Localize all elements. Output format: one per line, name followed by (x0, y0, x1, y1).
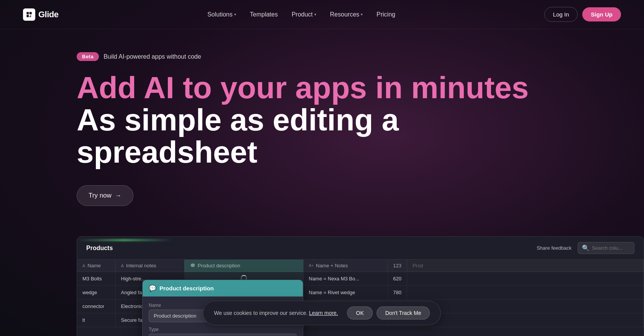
login-button[interactable]: Log In (544, 7, 578, 22)
spreadsheet-title: Products (86, 245, 113, 252)
logo-icon (23, 8, 35, 21)
cell-prod-4 (407, 313, 644, 327)
logo[interactable]: Glide (23, 8, 59, 21)
hero-title: Add AI to your apps in minutes As simple… (77, 72, 567, 168)
search-box[interactable]: 🔍 (578, 242, 634, 254)
cell-name-notes-1: Name = Nexa M3 Bo... (303, 272, 388, 286)
learn-more-link[interactable]: Learn more. (309, 310, 338, 316)
cell-name-2: wedge (77, 286, 115, 300)
panel-type-select[interactable]: 💬 Generate Text ▾ (149, 334, 297, 336)
beta-pill: Beta (77, 52, 99, 61)
col-header-name-notes: A+ Name + Notes (303, 260, 388, 272)
chevron-down-icon: ▾ (314, 12, 316, 16)
cell-name-4: lt (77, 313, 115, 327)
panel-type-label: Type (149, 327, 297, 332)
nav-item-solutions[interactable]: Solutions ▾ (207, 11, 236, 18)
col-header-prod: Prod (407, 260, 644, 272)
search-icon: 🔍 (582, 244, 590, 252)
nav-links: Solutions ▾ Templates Product ▾ Resource… (207, 11, 395, 18)
navbar: Glide Solutions ▾ Templates Product ▾ Re… (0, 0, 644, 29)
cell-count-2: 780 (388, 286, 407, 300)
cell-name-notes-2: Name = Rivet wedge (303, 286, 388, 300)
arrow-right-icon: → (115, 192, 122, 199)
cookie-text: We use cookies to improve our service. L… (214, 310, 338, 316)
chevron-down-icon: ▾ (361, 12, 363, 16)
chevron-down-icon: ▾ (234, 12, 236, 16)
signup-button[interactable]: Sign Up (582, 7, 621, 21)
spreadsheet-actions: Share feedback 🔍 (537, 242, 634, 254)
hero-section: Beta Build AI-powered apps without code … (0, 29, 644, 206)
nav-item-resources[interactable]: Resources ▾ (330, 11, 363, 18)
col-header-name: A Name (77, 260, 115, 272)
col-header-product-desc: 💬 Product description (184, 260, 303, 272)
glow-bar (77, 239, 172, 241)
cookie-banner: We use cookies to improve our service. L… (203, 301, 441, 325)
panel-title: Product description (159, 285, 214, 292)
col-header-internal-notes: A Internal notes (115, 260, 184, 272)
hero-title-pink: Add AI to your apps in minutes (77, 71, 529, 105)
cookie-actions: OK Don't Track Me (347, 306, 430, 320)
nav-item-pricing[interactable]: Pricing (376, 11, 395, 18)
cell-count-1: 620 (388, 272, 407, 286)
cell-name-1: M3 Bolts (77, 272, 115, 286)
beta-description: Build AI-powered apps without code (104, 53, 201, 60)
search-input[interactable] (592, 245, 630, 251)
logo-text: Glide (38, 10, 59, 20)
cell-name-3: connector (77, 300, 115, 313)
try-now-button[interactable]: Try now → (77, 185, 133, 206)
cell-prod-1 (407, 272, 644, 286)
beta-badge: Beta Build AI-powered apps without code (77, 52, 201, 61)
share-feedback-button[interactable]: Share feedback (537, 245, 572, 251)
nav-item-product[interactable]: Product ▾ (292, 11, 316, 18)
panel-header: 💬 Product description (143, 280, 303, 296)
hero-title-white: As simple as editing a spreadsheet (77, 104, 567, 168)
panel-chat-icon: 💬 (149, 285, 156, 292)
cell-prod-2 (407, 286, 644, 300)
panel-type-field: Type 💬 Generate Text ▾ (149, 327, 297, 336)
ok-button[interactable]: OK (347, 306, 373, 320)
nav-actions: Log In Sign Up (544, 7, 621, 22)
dont-track-button[interactable]: Don't Track Me (376, 306, 430, 320)
cell-prod-3 (407, 300, 644, 313)
nav-item-templates[interactable]: Templates (250, 11, 278, 18)
col-header-count: 123 (388, 260, 407, 272)
